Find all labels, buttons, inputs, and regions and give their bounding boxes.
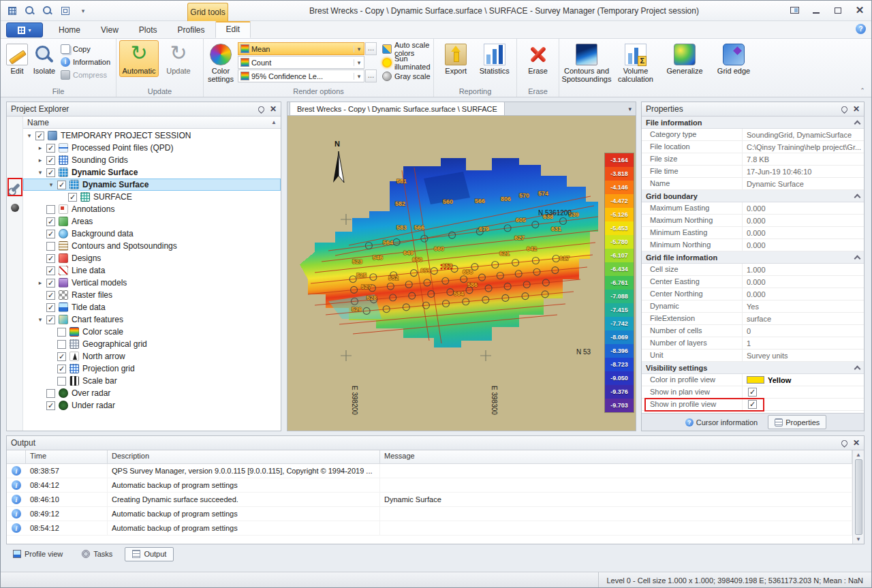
tree-item[interactable]: ✓Projection grid xyxy=(23,362,281,375)
checkbox[interactable]: ✓ xyxy=(46,266,55,275)
checkbox[interactable]: ✓ xyxy=(46,303,55,312)
color-settings-button[interactable]: Color settings xyxy=(206,40,235,85)
checkbox[interactable]: ✓ xyxy=(57,352,66,361)
output-column-header[interactable]: Message xyxy=(380,450,852,463)
property-row[interactable]: Maximum Easting0.000 xyxy=(642,202,864,215)
tree-item[interactable]: ▸✓Vertical models xyxy=(23,277,281,289)
property-row[interactable]: Color in profile viewYellow xyxy=(642,374,864,386)
checkbox[interactable]: ✓ xyxy=(46,254,55,263)
tree-item[interactable]: Annotations xyxy=(23,203,281,215)
tree-item[interactable]: Color scale xyxy=(23,326,281,338)
expander-icon[interactable]: ▸ xyxy=(35,144,45,151)
property-row[interactable]: Show in profile view✓ xyxy=(642,399,864,411)
property-row[interactable]: DynamicYes xyxy=(642,300,864,313)
property-row[interactable]: NameDynamic Surface xyxy=(642,178,864,190)
chevron-down-icon[interactable]: ▾ xyxy=(354,46,364,52)
checkbox[interactable]: ✓ xyxy=(748,388,757,397)
tree-item[interactable]: ✓Designs xyxy=(23,252,281,264)
layer-combo-3[interactable]: 95% Confidence Le...▾ xyxy=(238,69,364,82)
checkbox[interactable] xyxy=(57,340,66,349)
properties-section-header[interactable]: Visibility settings xyxy=(642,362,864,374)
layer-combo-1[interactable]: Mean▾ xyxy=(238,42,364,55)
checkbox[interactable]: ✓ xyxy=(46,144,55,153)
expander-icon[interactable]: ▾ xyxy=(35,316,45,323)
pin-icon[interactable] xyxy=(840,105,849,114)
tree-column-header[interactable]: Name ▲ xyxy=(23,117,281,129)
map-area[interactable]: 5815825605668065705745835666796056385396… xyxy=(287,116,636,431)
toggle-sun[interactable]: Sun illuminated xyxy=(379,56,433,69)
checkbox[interactable]: ✓ xyxy=(68,193,77,202)
edit-button[interactable]: Edit xyxy=(3,40,31,77)
close-icon[interactable]: ✕ xyxy=(270,104,277,114)
close-icon[interactable]: ✕ xyxy=(853,438,860,448)
checkbox[interactable] xyxy=(46,389,55,398)
property-row[interactable]: Minimum Easting0.000 xyxy=(642,227,864,239)
chevron-down-icon[interactable]: ▾ xyxy=(354,73,364,80)
checkbox[interactable]: ✓ xyxy=(46,315,55,324)
tab-list-arrow-icon[interactable]: ▾ xyxy=(628,106,632,112)
output-row[interactable]: i08:54:12Automatic backup of program set… xyxy=(7,521,852,536)
minimize-button[interactable] xyxy=(809,4,824,16)
checkbox[interactable]: ✓ xyxy=(35,131,44,140)
pin-icon[interactable] xyxy=(257,105,266,114)
expander-icon[interactable]: ▾ xyxy=(35,169,45,176)
ribbon-collapse-button[interactable]: ⌃ xyxy=(858,87,867,95)
property-row[interactable]: File size7.8 KB xyxy=(642,153,864,166)
property-row[interactable]: Cell size1.000 xyxy=(642,264,864,276)
vertical-scrollbar[interactable]: ▲▼ xyxy=(852,450,864,544)
generalize-button[interactable]: Generalize xyxy=(660,40,709,77)
map-canvas[interactable]: 5815825605668065705745835666796056385396… xyxy=(287,116,636,431)
tree-item[interactable]: ✓North arrow xyxy=(23,350,281,362)
table-icon[interactable] xyxy=(5,5,20,17)
information-button[interactable]: iInformation xyxy=(58,55,113,68)
compress-button[interactable]: Compress xyxy=(58,68,113,81)
checkbox[interactable]: ✓ xyxy=(46,230,55,238)
expander-icon[interactable]: ▸ xyxy=(35,157,45,164)
ribbon-tab-profiles[interactable]: Profiles xyxy=(168,22,215,38)
output-row[interactable]: i08:49:12Automatic backup of program set… xyxy=(7,507,852,521)
scroll-thumb[interactable] xyxy=(855,459,862,535)
zoom-out-icon[interactable] xyxy=(40,5,55,17)
tree-item[interactable]: ▸✓Processed Point files (QPD) xyxy=(23,142,281,154)
property-row[interactable]: Number of cells0 xyxy=(642,325,864,337)
tree-item[interactable]: ✓Raster files xyxy=(23,289,281,301)
tree-item[interactable]: ✓SURFACE xyxy=(23,191,281,203)
checkbox[interactable]: ✓ xyxy=(46,156,55,165)
properties-section-header[interactable]: Grid boundary xyxy=(642,190,864,202)
chevron-up-icon[interactable] xyxy=(854,255,861,262)
copy-button[interactable]: Copy xyxy=(58,42,113,55)
ribbon-tab-view[interactable]: View xyxy=(91,22,129,38)
tree-item[interactable]: ▸✓Sounding Grids xyxy=(23,154,281,166)
output-column-header[interactable] xyxy=(7,450,26,463)
chevron-up-icon[interactable] xyxy=(854,120,861,127)
checkbox[interactable] xyxy=(57,377,66,386)
automatic-update-button[interactable]: Automatic xyxy=(119,40,159,77)
chevron-up-icon[interactable] xyxy=(854,365,861,372)
output-row[interactable]: i08:44:12Automatic backup of program set… xyxy=(7,478,852,493)
expander-icon[interactable]: ▾ xyxy=(46,181,56,188)
zoom-in-icon[interactable] xyxy=(22,5,37,17)
tab-properties[interactable]: Properties xyxy=(768,415,826,429)
tree-item[interactable]: ▾✓Dynamic Surface xyxy=(23,179,281,191)
statistics-button[interactable]: Statistics xyxy=(476,40,514,77)
more-options-button[interactable]: … xyxy=(365,69,377,82)
chevron-down-icon[interactable]: ▾ xyxy=(354,59,364,66)
context-tab-grid-tools[interactable]: Grid tools xyxy=(187,3,228,21)
output-row[interactable]: i08:38:57QPS Survey Manager, version 9.0… xyxy=(7,464,852,478)
ribbon-tab-home[interactable]: Home xyxy=(48,22,91,38)
toggle-gray[interactable]: Gray scale xyxy=(379,69,433,82)
checkbox[interactable]: ✓ xyxy=(46,168,55,177)
tree-item[interactable]: Geographical grid xyxy=(23,338,281,350)
property-row[interactable]: Minimum Northing0.000 xyxy=(642,239,864,251)
property-row[interactable]: UnitSurvey units xyxy=(642,350,864,362)
checkbox[interactable] xyxy=(46,205,55,214)
bottom-tab-profile-view[interactable]: Profile view xyxy=(6,547,69,561)
tree-item[interactable]: Contours and Spotsoundings xyxy=(23,240,281,252)
property-row[interactable]: Category typeSoundingGrid, DynamicSurfac… xyxy=(642,129,864,141)
tree-item[interactable]: ✓Tide data xyxy=(23,301,281,313)
tree-item[interactable]: ▾✓TEMPORARY PROJECT SESSION xyxy=(23,129,281,142)
tab-cursor-information[interactable]: ?Cursor information xyxy=(679,415,764,429)
help-icon[interactable]: ? xyxy=(856,24,866,34)
expander-icon[interactable]: ▾ xyxy=(25,132,34,139)
property-row[interactable]: Show in plan view✓ xyxy=(642,386,864,399)
